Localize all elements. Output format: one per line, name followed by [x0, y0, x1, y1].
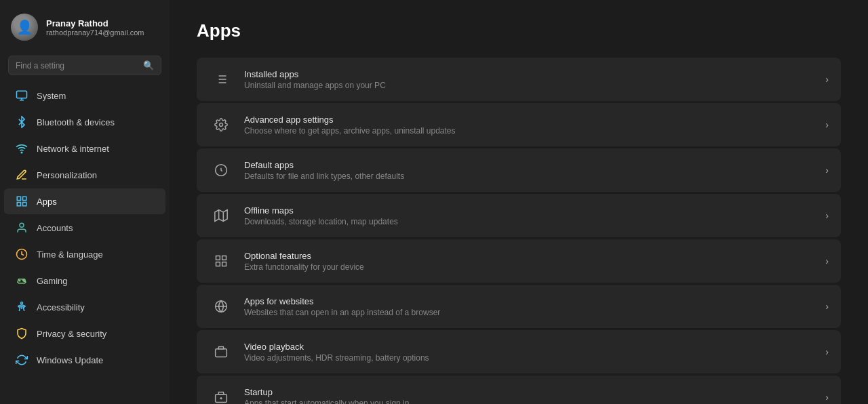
search-container: 🔍 [0, 52, 170, 82]
offline-maps-icon [209, 203, 233, 228]
apps-for-websites-title: Apps for websites [244, 296, 818, 306]
svg-rect-27 [222, 256, 226, 260]
sidebar-item-label-bluetooth: Bluetooth & devices [37, 117, 155, 127]
sidebar-item-accessibility[interactable]: Accessibility [4, 294, 165, 320]
svg-point-13 [24, 281, 25, 282]
settings-item-default-apps[interactable]: Default appsDefaults for file and link t… [197, 148, 841, 192]
sidebar-item-label-personalization: Personalization [37, 170, 155, 180]
offline-maps-title: Offline maps [244, 205, 818, 216]
sidebar-item-personalization[interactable]: Personalization [4, 162, 165, 188]
optional-features-description: Extra functionality for your device [244, 262, 818, 272]
offline-maps-text: Offline mapsDownloads, storage location,… [244, 205, 818, 226]
user-name: Pranay Rathod [46, 18, 144, 28]
svg-point-8 [20, 223, 24, 227]
sidebar-item-label-accounts: Accounts [37, 223, 155, 233]
svg-rect-5 [23, 197, 26, 200]
installed-apps-description: Uninstall and manage apps on your PC [244, 81, 818, 90]
default-apps-text: Default appsDefaults for file and link t… [244, 160, 818, 181]
sidebar-item-network[interactable]: Network & internet [4, 136, 165, 161]
optional-features-title: Optional features [244, 251, 818, 261]
startup-description: Apps that start automatically when you s… [244, 399, 818, 405]
user-info: Pranay Rathod rathodpranay714@gmail.com [46, 18, 144, 37]
advanced-app-settings-text: Advanced app settingsChoose where to get… [244, 115, 818, 136]
sidebar-item-label-windows-update: Windows Update [37, 355, 155, 365]
sidebar-item-label-accessibility: Accessibility [37, 302, 155, 312]
svg-point-21 [220, 123, 223, 127]
search-icon: 🔍 [143, 60, 154, 70]
sidebar-item-label-time: Time & language [37, 249, 155, 260]
svg-point-14 [21, 302, 23, 304]
sidebar-item-label-privacy: Privacy & security [37, 329, 155, 339]
default-apps-title: Default apps [244, 160, 818, 170]
settings-list: Installed appsUninstall and manage apps … [197, 58, 841, 404]
sidebar-item-accounts[interactable]: Accounts [4, 215, 165, 241]
sidebar-item-privacy[interactable]: Privacy & security [4, 321, 165, 346]
advanced-app-settings-title: Advanced app settings [244, 115, 818, 125]
svg-rect-26 [216, 256, 220, 260]
settings-item-offline-maps[interactable]: Offline mapsDownloads, storage location,… [197, 194, 841, 237]
startup-icon [209, 385, 233, 404]
svg-point-3 [21, 152, 22, 153]
settings-item-advanced-app-settings[interactable]: Advanced app settingsChoose where to get… [197, 103, 841, 146]
video-playback-chevron-icon: › [825, 346, 829, 357]
video-playback-description: Video adjustments, HDR streaming, batter… [244, 353, 818, 363]
personalization-icon [15, 168, 28, 182]
advanced-app-settings-chevron-icon: › [825, 119, 829, 130]
search-input[interactable] [16, 61, 138, 70]
video-playback-icon [209, 340, 233, 364]
advanced-app-settings-icon [209, 113, 233, 137]
startup-title: Startup [244, 387, 818, 397]
search-box[interactable]: 🔍 [8, 56, 161, 75]
optional-features-icon [209, 249, 233, 273]
page-title: Apps [197, 20, 841, 41]
svg-rect-29 [222, 262, 226, 266]
installed-apps-icon [209, 67, 233, 92]
settings-item-video-playback[interactable]: Video playbackVideo adjustments, HDR str… [197, 330, 841, 373]
startup-text: StartupApps that start automatically whe… [244, 387, 818, 405]
default-apps-chevron-icon: › [825, 165, 829, 176]
default-apps-icon [209, 158, 233, 182]
svg-rect-28 [216, 262, 220, 266]
gaming-icon [15, 274, 28, 287]
sidebar-item-bluetooth[interactable]: Bluetooth & devices [4, 109, 165, 135]
accessibility-icon [15, 300, 28, 314]
optional-features-text: Optional featuresExtra functionality for… [244, 251, 818, 272]
bluetooth-icon [15, 115, 28, 129]
installed-apps-title: Installed apps [244, 69, 818, 79]
svg-rect-0 [17, 91, 27, 98]
installed-apps-text: Installed appsUninstall and manage apps … [244, 69, 818, 90]
accounts-icon [15, 221, 28, 235]
sidebar-item-label-network: Network & internet [37, 144, 155, 154]
system-icon [15, 89, 28, 102]
sidebar-item-apps[interactable]: Apps [4, 188, 165, 214]
offline-maps-chevron-icon: › [825, 210, 829, 221]
apps-for-websites-text: Apps for websitesWebsites that can open … [244, 296, 818, 317]
apps-for-websites-icon [209, 294, 233, 319]
settings-item-installed-apps[interactable]: Installed appsUninstall and manage apps … [197, 58, 841, 101]
sidebar-item-time[interactable]: Time & language [4, 241, 165, 267]
sidebar-item-windows-update[interactable]: Windows Update [4, 347, 165, 373]
settings-item-startup[interactable]: StartupApps that start automatically whe… [197, 376, 841, 404]
startup-chevron-icon: › [825, 392, 829, 403]
sidebar: 👤 Pranay Rathod rathodpranay714@gmail.co… [0, 0, 170, 404]
time-icon [15, 247, 28, 261]
video-playback-title: Video playback [244, 342, 818, 352]
settings-item-optional-features[interactable]: Optional featuresExtra functionality for… [197, 239, 841, 283]
nav-list: SystemBluetooth & devicesNetwork & inter… [0, 82, 170, 373]
avatar-image: 👤 [11, 14, 38, 41]
sidebar-item-system[interactable]: System [4, 83, 165, 108]
svg-rect-7 [23, 203, 26, 206]
apps-for-websites-chevron-icon: › [825, 301, 829, 312]
network-icon [15, 142, 28, 155]
sidebar-item-label-gaming: Gaming [37, 276, 155, 286]
user-profile[interactable]: 👤 Pranay Rathod rathodpranay714@gmail.co… [0, 0, 170, 52]
svg-rect-4 [17, 197, 20, 200]
windows-update-icon [15, 353, 28, 367]
settings-item-apps-for-websites[interactable]: Apps for websitesWebsites that can open … [197, 285, 841, 328]
sidebar-item-label-system: System [37, 91, 155, 101]
installed-apps-chevron-icon: › [825, 74, 829, 85]
user-email: rathodpranay714@gmail.com [46, 28, 144, 37]
svg-rect-6 [17, 203, 20, 206]
sidebar-item-gaming[interactable]: Gaming [4, 268, 165, 294]
svg-rect-32 [216, 349, 227, 357]
